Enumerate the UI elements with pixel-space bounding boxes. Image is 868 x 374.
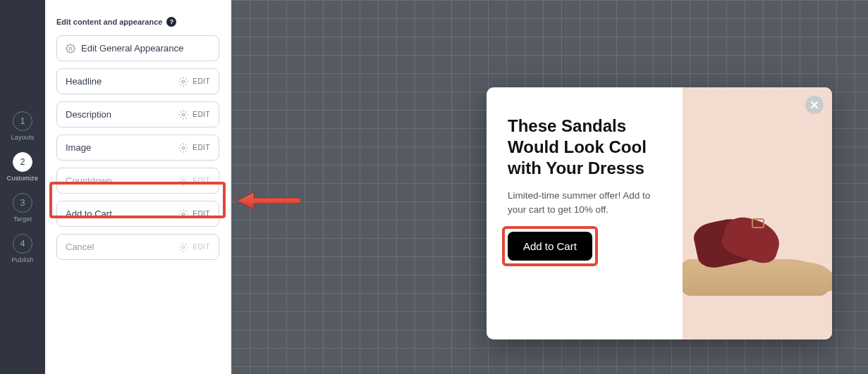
step-layouts[interactable]: 1 Layouts (11, 111, 35, 141)
step-number: 3 (13, 193, 32, 213)
gear-icon (178, 176, 188, 186)
step-label: Target (13, 216, 32, 223)
popup-description: Limited-time summer offer! Add to your c… (508, 189, 664, 216)
svg-point-0 (69, 47, 72, 50)
gear-icon (178, 77, 188, 87)
popup-add-to-cart-button[interactable]: Add to Cart (508, 232, 592, 261)
step-target[interactable]: 3 Target (13, 193, 32, 223)
popup-preview: These Sandals Would Look Cool with Your … (487, 87, 832, 339)
svg-point-5 (182, 213, 185, 216)
block-headline[interactable]: Headline EDIT (56, 68, 219, 94)
edit-general-appearance-button[interactable]: Edit General Appearance (56, 35, 219, 61)
step-label: Layouts (11, 134, 35, 141)
edit-label: EDIT (192, 243, 210, 251)
close-icon (810, 101, 819, 109)
popup-headline: These Sandals Would Look Cool with Your … (508, 116, 664, 179)
block-label: Countdown (66, 175, 112, 186)
block-description[interactable]: Description EDIT (56, 101, 219, 127)
gear-icon (178, 242, 188, 252)
svg-point-6 (182, 246, 185, 249)
step-publish[interactable]: 4 Publish (12, 234, 34, 263)
svg-point-4 (182, 180, 185, 182)
gear-icon (178, 110, 188, 120)
preview-canvas: These Sandals Would Look Cool with Your … (231, 0, 868, 374)
block-label: Headline (66, 76, 102, 87)
step-label: Publish (12, 256, 34, 263)
block-label: Description (66, 109, 111, 120)
step-rail: 1 Layouts 2 Customize 3 Target 4 Publish (0, 0, 45, 374)
annotation-arrow-icon (237, 192, 300, 209)
step-number: 2 (13, 152, 32, 172)
step-label: Customize (7, 175, 38, 182)
gear-icon (178, 143, 188, 153)
svg-point-2 (182, 113, 185, 116)
block-label: Add to Cart (66, 208, 112, 219)
product-illustration (683, 190, 832, 296)
sidebar-title: Edit content and appearance (56, 18, 162, 26)
block-add-to-cart[interactable]: Add to Cart EDIT (56, 201, 219, 227)
block-label: Cancel (66, 242, 94, 252)
svg-point-1 (182, 80, 185, 83)
gear-icon (66, 44, 75, 54)
popup-close-button[interactable] (805, 96, 824, 114)
edit-label: EDIT (192, 77, 210, 85)
popup-image (683, 87, 832, 339)
edit-label: EDIT (192, 111, 210, 118)
gear-icon (178, 209, 188, 219)
block-cancel[interactable]: Cancel EDIT (56, 234, 219, 260)
block-image[interactable]: Image EDIT (56, 135, 219, 161)
block-countdown[interactable]: Countdown EDIT (56, 168, 219, 194)
edit-label: EDIT (192, 144, 210, 151)
customize-sidebar: Edit content and appearance ? Edit Gener… (45, 0, 231, 374)
help-icon[interactable]: ? (166, 17, 176, 27)
step-customize[interactable]: 2 Customize (7, 152, 38, 182)
popup-cta-wrap: Add to Cart (508, 232, 592, 261)
edit-label: EDIT (192, 177, 210, 185)
general-appearance-label: Edit General Appearance (81, 43, 183, 54)
step-number: 4 (13, 234, 32, 254)
sidebar-header: Edit content and appearance ? (56, 17, 219, 27)
popup-content: These Sandals Would Look Cool with Your … (487, 87, 683, 339)
step-number: 1 (13, 111, 32, 131)
block-label: Image (66, 142, 91, 153)
svg-point-3 (182, 147, 185, 149)
edit-label: EDIT (192, 210, 210, 218)
